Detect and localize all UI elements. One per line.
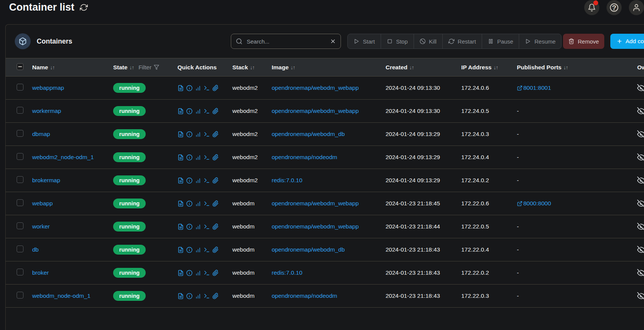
stop-button[interactable]: Stop [381, 34, 414, 48]
logs-icon[interactable] [177, 177, 184, 184]
stats-icon[interactable] [195, 154, 201, 161]
column-header-ip[interactable]: IP Address↓↑ [461, 58, 517, 77]
select-all-checkbox[interactable] [17, 63, 23, 70]
logs-icon[interactable] [177, 131, 184, 138]
stats-icon[interactable] [195, 177, 201, 184]
exec-console-icon[interactable] [204, 200, 210, 207]
row-checkbox[interactable] [17, 246, 23, 252]
inspect-icon[interactable] [186, 131, 193, 138]
column-header-created[interactable]: Created↓↑ [386, 58, 461, 77]
sort-icon[interactable]: ↓↑ [50, 64, 54, 70]
row-checkbox[interactable] [17, 130, 23, 137]
resume-button[interactable]: Resume [519, 34, 561, 48]
sort-icon[interactable]: ↓↑ [563, 64, 568, 70]
image-link[interactable]: opendronemap/webodm_webapp [272, 223, 359, 230]
published-port-link[interactable]: 8001:8001 [517, 84, 589, 91]
kill-button[interactable]: Kill [414, 34, 442, 48]
exec-console-icon[interactable] [204, 293, 210, 299]
attach-icon[interactable] [212, 270, 219, 276]
column-header-image[interactable]: Image↓↑ [272, 58, 386, 77]
column-header-stack[interactable]: Stack↓↑ [232, 58, 272, 77]
inspect-icon[interactable] [186, 270, 193, 276]
logs-icon[interactable] [177, 154, 184, 161]
remove-button[interactable]: Remove [563, 34, 604, 49]
exec-console-icon[interactable] [204, 270, 210, 276]
logs-icon[interactable] [177, 108, 184, 114]
stats-icon[interactable] [195, 270, 201, 276]
container-name-link[interactable]: dbmap [32, 131, 50, 137]
attach-icon[interactable] [212, 154, 219, 161]
exec-console-icon[interactable] [204, 224, 210, 230]
container-name-link[interactable]: broker [32, 269, 49, 276]
inspect-icon[interactable] [186, 247, 193, 253]
sort-icon[interactable]: ↓↑ [493, 64, 498, 70]
restart-button[interactable]: Restart [442, 34, 482, 48]
image-link[interactable]: opendronemap/webodm_db [272, 246, 345, 253]
row-checkbox[interactable] [17, 153, 23, 160]
sort-icon[interactable]: ↓↑ [291, 64, 295, 70]
logs-icon[interactable] [177, 270, 184, 276]
help-button[interactable]: ? [607, 0, 622, 15]
attach-icon[interactable] [212, 247, 219, 253]
image-link[interactable]: redis:7.0.10 [272, 177, 302, 183]
container-name-link[interactable]: webodm_node-odm_1 [32, 292, 90, 299]
column-header-ports[interactable]: Published Ports↓↑ [517, 58, 589, 77]
published-port-link[interactable]: 8000:8000 [517, 200, 589, 207]
image-link[interactable]: opendronemap/webodm_webapp [272, 84, 359, 91]
image-link[interactable]: opendronemap/nodeodm [272, 292, 337, 299]
inspect-icon[interactable] [186, 85, 193, 91]
container-name-link[interactable]: db [32, 246, 39, 253]
stats-icon[interactable] [195, 247, 201, 253]
pause-button[interactable]: Pause [482, 34, 519, 48]
logs-icon[interactable] [177, 85, 184, 91]
notifications-button[interactable] [584, 0, 599, 15]
logs-icon[interactable] [177, 293, 184, 299]
stats-icon[interactable] [195, 131, 201, 138]
inspect-icon[interactable] [186, 154, 193, 161]
attach-icon[interactable] [212, 224, 219, 230]
image-link[interactable]: redis:7.0.10 [272, 269, 302, 276]
column-header-name[interactable]: Name↓↑ [32, 58, 113, 77]
exec-console-icon[interactable] [204, 108, 210, 114]
logs-icon[interactable] [177, 224, 184, 230]
attach-icon[interactable] [212, 108, 219, 114]
stats-icon[interactable] [195, 85, 201, 91]
exec-console-icon[interactable] [204, 154, 210, 161]
state-filter-button[interactable]: Filter [138, 64, 159, 71]
row-checkbox[interactable] [17, 222, 23, 229]
image-link[interactable]: opendronemap/webodm_db [272, 131, 345, 137]
exec-console-icon[interactable] [204, 131, 210, 138]
attach-icon[interactable] [212, 85, 219, 91]
clear-search-icon[interactable] [330, 38, 336, 44]
start-button[interactable]: Start [348, 34, 381, 48]
inspect-icon[interactable] [186, 108, 193, 114]
row-checkbox[interactable] [17, 84, 23, 91]
logs-icon[interactable] [177, 200, 184, 207]
container-name-link[interactable]: webodm2_node-odm_1 [32, 154, 94, 160]
image-link[interactable]: opendronemap/webodm_webapp [272, 200, 359, 206]
inspect-icon[interactable] [186, 200, 193, 207]
add-container-button[interactable]: + Add container [610, 34, 644, 49]
attach-icon[interactable] [212, 131, 219, 138]
container-name-link[interactable]: brokermap [32, 177, 60, 183]
row-checkbox[interactable] [17, 199, 23, 206]
user-menu-button[interactable] [629, 0, 644, 15]
container-name-link[interactable]: webappmap [32, 84, 64, 91]
attach-icon[interactable] [212, 293, 219, 299]
sort-icon[interactable]: ↓↑ [129, 64, 134, 70]
search-input[interactable] [246, 38, 327, 45]
row-checkbox[interactable] [17, 269, 23, 275]
sort-icon[interactable]: ↓↑ [409, 64, 414, 70]
column-header-ownership[interactable]: Ownership [589, 58, 644, 77]
row-checkbox[interactable] [17, 292, 23, 299]
inspect-icon[interactable] [186, 177, 193, 184]
exec-console-icon[interactable] [204, 247, 210, 253]
container-name-link[interactable]: workermap [32, 108, 61, 114]
container-name-link[interactable]: webapp [32, 200, 53, 206]
exec-console-icon[interactable] [204, 85, 210, 91]
refresh-icon[interactable] [80, 3, 88, 11]
stats-icon[interactable] [195, 224, 201, 230]
row-checkbox[interactable] [17, 107, 23, 114]
row-checkbox[interactable] [17, 176, 23, 183]
inspect-icon[interactable] [186, 224, 193, 230]
